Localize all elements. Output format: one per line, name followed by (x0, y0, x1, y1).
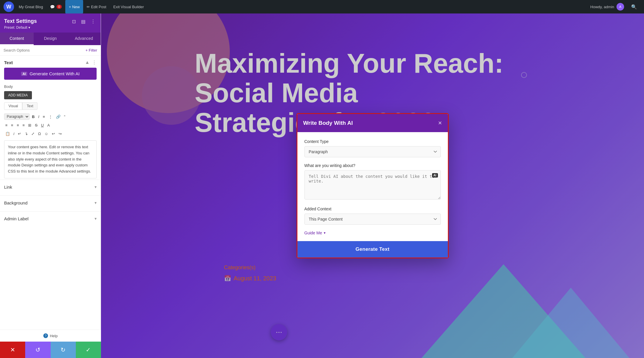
textarea-wrapper: AI (304, 170, 441, 201)
fullscreen-editor-button[interactable]: ⤢ (30, 131, 36, 137)
link-section-title: Link (4, 185, 12, 190)
save-button[interactable]: ✓ (76, 342, 101, 358)
indent-button[interactable]: ↵ (17, 131, 22, 137)
table-button[interactable]: ⊞ (27, 122, 32, 128)
wp-logo-icon[interactable]: W (4, 1, 14, 12)
underline-button[interactable]: U (40, 122, 45, 128)
text-section-header: Text ▲ ⋮ (0, 56, 101, 68)
outdent-button[interactable]: ↴ (23, 131, 29, 137)
generate-text-label: Generate Text (355, 246, 389, 252)
editor-tab-visual[interactable]: Visual (4, 102, 22, 110)
new-post-link[interactable]: + New (65, 0, 83, 13)
guide-me-chevron-icon: ▾ (324, 231, 326, 235)
panel-preset[interactable]: Preset: Default ▾ (4, 25, 37, 30)
help-icon: ? (43, 333, 48, 338)
writing-about-input[interactable] (304, 170, 441, 200)
link-section-header[interactable]: Link ▾ (0, 180, 101, 194)
guide-me-row: Guide Me ▾ (304, 231, 441, 235)
admin-bar: W My Great Blog 💬 0 + New ✏ Edit Post Ex… (0, 0, 644, 13)
text-section-menu-icon[interactable]: ⋮ (92, 60, 97, 65)
add-media-button[interactable]: ADD MEDIA (4, 91, 32, 99)
italic-button[interactable]: I (37, 114, 40, 120)
added-context-group: Added Context This Page Content (304, 207, 441, 225)
blockquote-button[interactable]: " (63, 114, 67, 120)
background-collapse-icon: ▾ (95, 200, 97, 205)
align-right-button[interactable]: ≡ (16, 122, 20, 128)
content-preview: Your content goes here. Edit or remove t… (4, 140, 97, 178)
modal-header: Write Body With AI × (297, 114, 448, 132)
tab-design[interactable]: Design (34, 33, 67, 45)
unordered-list-button[interactable]: ≡ (42, 114, 46, 120)
content-type-select[interactable]: Paragraph (304, 146, 441, 157)
modal-footer: Generate Text (297, 241, 448, 258)
ai-badge: AI (21, 72, 27, 76)
writing-about-label: What are you writing about? (304, 163, 441, 168)
exit-builder-link[interactable]: Exit Visual Builder (110, 0, 148, 13)
redo-editor-button[interactable]: ↪ (57, 131, 63, 137)
content-type-label: Content Type (304, 139, 441, 144)
added-context-select[interactable]: This Page Content (304, 214, 441, 225)
filter-button[interactable]: + Filter (85, 48, 97, 52)
avatar: A (616, 3, 624, 11)
layout-icon[interactable]: ▤ (80, 18, 87, 25)
text-section-collapse-icon[interactable]: ▲ (85, 60, 90, 65)
editor-tab-group: Visual Text (4, 102, 97, 110)
search-icon[interactable]: 🔍 (628, 4, 640, 10)
align-center-button[interactable]: ≡ (10, 122, 15, 128)
strikethrough-button[interactable]: S (34, 122, 39, 128)
comments-link[interactable]: 💬 0 (47, 0, 65, 13)
guide-me-link[interactable]: Guide Me (304, 231, 322, 235)
link-section: Link ▾ (0, 180, 101, 194)
special-chars-button[interactable]: Ω (37, 131, 42, 137)
redo-button[interactable]: ↻ (51, 342, 76, 358)
search-input[interactable] (4, 48, 83, 52)
admin-label-section-title: Admin Label (4, 216, 28, 221)
align-justify-button[interactable]: ≡ (21, 122, 26, 128)
help-row[interactable]: ? Help (0, 330, 101, 342)
modal-body: Content Type Paragraph What are you writ… (297, 132, 448, 235)
paste-button[interactable]: 📋 (4, 131, 11, 137)
more-options-icon[interactable]: ⋮ (90, 18, 97, 25)
admin-label-section: Admin Label ▾ (0, 211, 101, 226)
edit-post-label: ✏ Edit Post (87, 5, 106, 9)
help-label: Help (50, 334, 58, 338)
background-section-header[interactable]: Background ▾ (0, 196, 101, 210)
ordered-list-button[interactable]: ⋮ (47, 114, 54, 120)
editor-tab-text[interactable]: Text (22, 102, 37, 110)
cancel-button[interactable]: ✕ (0, 342, 25, 358)
content-type-group: Content Type Paragraph (304, 139, 441, 157)
bold-button[interactable]: B (31, 114, 36, 120)
generate-text-button[interactable]: Generate Text (297, 241, 448, 258)
textarea-ai-badge: AI (432, 173, 438, 178)
admin-label-section-header[interactable]: Admin Label ▾ (0, 212, 101, 226)
text-color-button[interactable]: A (46, 122, 51, 128)
paragraph-select[interactable]: Paragraph (4, 113, 30, 120)
redo-icon: ↻ (61, 346, 66, 353)
tab-advanced[interactable]: Advanced (67, 33, 101, 45)
modal-close-button[interactable]: × (438, 119, 442, 127)
undo-editor-button[interactable]: ↩ (51, 131, 56, 137)
cancel-icon: ✕ (10, 346, 15, 353)
toolbar-row-2: ≡ ≡ ≡ ≡ ⊞ S U A (4, 121, 97, 129)
background-section-title: Background (4, 200, 28, 205)
edit-post-link[interactable]: ✏ Edit Post (83, 0, 110, 13)
fullscreen-icon[interactable]: ⊡ (71, 18, 77, 25)
site-name-link[interactable]: My Great Blog (15, 0, 47, 13)
comment-icon: 💬 (50, 5, 55, 9)
panel-content: Text ▲ ⋮ AI Generate Content With AI Bod… (0, 56, 101, 358)
ai-generate-button[interactable]: AI Generate Content With AI (4, 68, 97, 80)
save-icon: ✓ (86, 346, 91, 353)
tab-content[interactable]: Content (0, 33, 34, 45)
italic2-button[interactable]: i (12, 131, 16, 137)
ai-modal: Write Body With AI × Content Type Paragr… (297, 113, 449, 258)
align-left-button[interactable]: ≡ (4, 122, 9, 128)
link-button[interactable]: 🔗 (55, 114, 62, 120)
panel-footer: ? Help ✕ ↺ ↻ ✓ (0, 330, 101, 358)
text-section-title: Text (4, 60, 13, 65)
main-area: Text Settings Preset: Default ▾ ⊡ ▤ ⋮ Co… (0, 13, 644, 358)
undo-button[interactable]: ↺ (25, 342, 50, 358)
panel-title: Text Settings (4, 18, 37, 24)
added-context-label: Added Context (304, 207, 441, 211)
emoji-button[interactable]: ☺ (43, 131, 49, 137)
canvas-area: Maximizing Your Reach: Social Media Stra… (101, 13, 644, 358)
